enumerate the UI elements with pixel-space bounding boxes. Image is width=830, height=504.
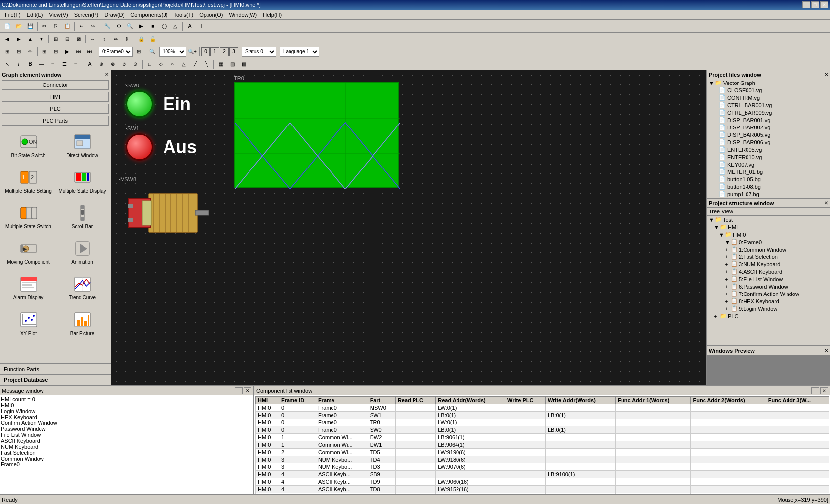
draw-r3[interactable]: ⊗ — [107, 59, 118, 70]
file-item[interactable]: 📄CTRL_BAR001.vg — [707, 101, 830, 109]
table-row[interactable]: HMI00Frame0SW1LB:0(1)LB:0(1) — [256, 412, 829, 419]
vector-graph-folder[interactable]: ▼ 📁 Vector Graph — [707, 79, 830, 86]
save-button[interactable]: 💾 — [25, 21, 36, 32]
draw-align-left[interactable]: ≡ — [47, 59, 58, 70]
file-item[interactable]: 📄ENTER005.vg — [707, 146, 830, 153]
direct-window-item[interactable]: Direct Window — [56, 127, 109, 162]
frame-item[interactable]: +📋2:Fast Selection — [707, 253, 830, 260]
language-dropdown[interactable]: Language 1 — [280, 47, 319, 57]
menu-screen[interactable]: Screen(P) — [71, 11, 102, 19]
tb-r3-1[interactable]: ⊞ — [2, 46, 13, 57]
multiple-state-setting-item[interactable]: 1 2 Multiple State Setting — [2, 163, 55, 198]
connector-btn[interactable]: Connector — [2, 80, 109, 90]
tb-r2-9[interactable]: 🔓 — [147, 34, 158, 44]
table-row[interactable]: HMI04ASCII Keyb...SB9LB:9100(1) — [256, 471, 829, 478]
table-row[interactable]: HMI03NUM Keybo...TD4LW:9180(6) — [256, 456, 829, 463]
zoom-dropdown[interactable]: 100% — [159, 47, 186, 57]
zoom-in[interactable]: 🔍+ — [187, 46, 198, 57]
canvas[interactable]: ·SW0 Ein ·SW1 Aus TR0 — [111, 70, 706, 385]
undo-button[interactable]: ↩ — [76, 21, 87, 32]
file-item[interactable]: 📄CONFIRM.vg — [707, 94, 830, 101]
align-left[interactable]: ◀ — [2, 34, 13, 44]
paste-button[interactable]: 📋 — [62, 21, 73, 32]
menu-edit[interactable]: Edit(E) — [24, 11, 46, 19]
tree-root[interactable]: ▼ 📁 Test — [707, 216, 830, 223]
draw-shape4[interactable]: △ — [178, 59, 189, 70]
tb-r3-6[interactable]: ▶ — [62, 46, 73, 57]
project-database-btn[interactable]: Project Database — [0, 375, 111, 385]
grid-toggle[interactable]: ⊞ — [133, 46, 144, 57]
file-item[interactable]: 📄METER_01.bg — [707, 168, 830, 175]
sw1-button[interactable] — [126, 133, 153, 161]
frame-item[interactable]: +📋5:File List Window — [707, 275, 830, 283]
cut-button[interactable]: ✂ — [39, 21, 50, 32]
file-item[interactable]: 📄DISP_BAR001.vg — [707, 116, 830, 124]
alarm-display-item[interactable]: Alarm Display — [2, 270, 55, 304]
file-item[interactable]: 📄DISP_BAR005.vg — [707, 131, 830, 138]
draw-bold[interactable]: B — [25, 59, 36, 70]
frame-item[interactable]: +📋1:Common Window — [707, 246, 830, 253]
message-close-btn[interactable]: ✕ — [244, 387, 251, 394]
menu-tools[interactable]: Tools(T) — [170, 11, 196, 19]
tb-r3-7[interactable]: ⏮ — [73, 46, 84, 57]
plc-parts-btn[interactable]: PLC Parts — [2, 116, 109, 126]
draw-s3[interactable]: ▨ — [238, 59, 249, 70]
tb-btn6[interactable]: ◯ — [159, 21, 169, 32]
component-minimize[interactable]: _ — [811, 387, 819, 394]
align-right[interactable]: ▶ — [13, 34, 24, 44]
tb-r2-7[interactable]: ⇕ — [122, 34, 132, 44]
draw-r5[interactable]: ⊙ — [130, 59, 141, 70]
draw-r1[interactable]: A — [84, 59, 95, 70]
menu-components[interactable]: Components(J) — [127, 11, 170, 19]
scroll-bar-item[interactable]: Scroll Bar — [56, 199, 109, 233]
redo-button[interactable]: ↪ — [87, 21, 98, 32]
hmi-btn[interactable]: HMI — [2, 92, 109, 102]
window-controls[interactable]: _ □ ✕ — [802, 1, 828, 8]
tb-btn9[interactable]: T — [196, 21, 207, 32]
tb-r3-2[interactable]: ⊟ — [13, 46, 24, 57]
num-0-btn[interactable]: 0 — [201, 47, 210, 56]
copy-button[interactable]: ⎘ — [50, 21, 61, 32]
draw-shape2[interactable]: ◇ — [156, 59, 166, 70]
tb-r3-8[interactable]: ⏭ — [84, 46, 95, 57]
menu-view[interactable]: View(V) — [46, 11, 71, 19]
tb-btn3[interactable]: 🔍 — [124, 21, 135, 32]
message-minimize[interactable]: _ — [235, 387, 243, 394]
tb-btn8[interactable]: A — [184, 21, 195, 32]
draw-align-right[interactable]: ≡ — [70, 59, 81, 70]
open-button[interactable]: 📂 — [13, 21, 24, 32]
close-button[interactable]: ✕ — [820, 1, 828, 8]
draw-cursor[interactable]: ↖ — [2, 59, 13, 70]
table-row[interactable]: HMI02Common Wi...TD5LW:9190(6) — [256, 449, 829, 456]
component-list-content[interactable]: HMIFrame IDFramePartRead PLCRead Addr(Wo… — [254, 395, 830, 494]
draw-r4[interactable]: ⊘ — [119, 59, 129, 70]
draw-align-center[interactable]: ☰ — [59, 59, 70, 70]
table-row[interactable]: HMI00Frame0TR0LW:0(1) — [256, 419, 829, 426]
tb-r2-8[interactable]: 🔒 — [136, 34, 147, 44]
project-structure-close[interactable]: ✕ — [824, 200, 828, 206]
tb-r2-6[interactable]: ⇔ — [110, 34, 121, 44]
zoom-out[interactable]: 🔍- — [148, 46, 159, 57]
file-item[interactable]: 📄pump1-07.bg — [707, 190, 830, 198]
draw-r2[interactable]: ⊕ — [96, 59, 107, 70]
tb-btn2[interactable]: ⚙ — [113, 21, 124, 32]
file-item[interactable]: 📄button1-08.bg — [707, 183, 830, 190]
menu-option[interactable]: Option(O) — [196, 11, 226, 19]
tb-btn4[interactable]: ▶ — [136, 21, 147, 32]
file-item[interactable]: 📄DISP_BAR006.vg — [707, 138, 830, 146]
menu-file[interactable]: File(F) — [2, 11, 24, 19]
draw-shape5[interactable]: ╱ — [190, 59, 201, 70]
sw0-button[interactable] — [126, 90, 153, 118]
draw-line[interactable]: — — [36, 59, 47, 70]
tb-btn7[interactable]: △ — [170, 21, 181, 32]
align-down[interactable]: ▼ — [36, 34, 47, 44]
tree-plc[interactable]: + 📁 PLC — [707, 312, 830, 320]
component-list-controls[interactable]: _ ✕ — [811, 387, 828, 394]
xy-plot-item[interactable]: XY Plot — [2, 305, 55, 340]
message-controls[interactable]: _ ✕ — [235, 387, 251, 394]
file-item[interactable]: 📄DISP_BAR002.vg — [707, 124, 830, 131]
frame-dropdown[interactable]: 0:Frame0 — [99, 47, 133, 57]
multiple-state-display-item[interactable]: Multiple State Display — [56, 163, 109, 198]
file-item[interactable]: 📄KEY007.vg — [707, 161, 830, 168]
project-files-close[interactable]: ✕ — [824, 72, 828, 77]
